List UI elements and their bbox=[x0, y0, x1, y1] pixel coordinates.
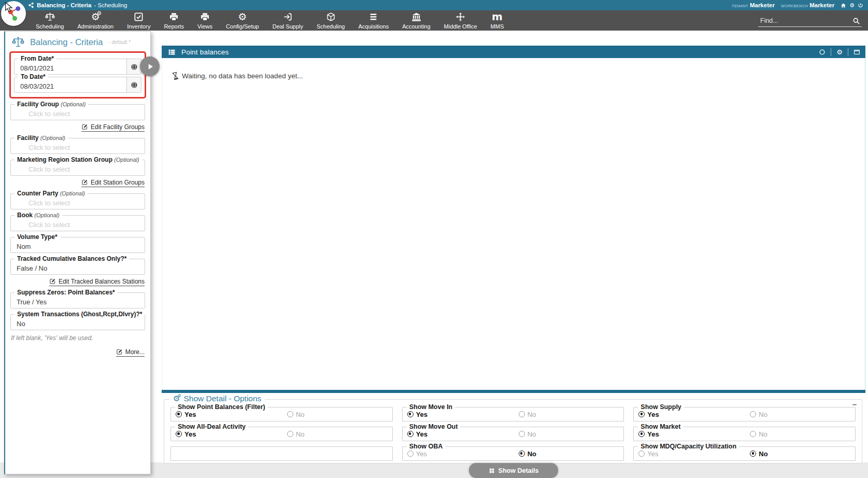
radio-label: Yes bbox=[416, 450, 427, 458]
link-edit-tracked-balances-stations[interactable]: Edit Tracked Balances Stations bbox=[49, 278, 145, 286]
gear-icon[interactable]: ⚙ bbox=[849, 3, 855, 8]
option-group-show-mdq-capacity-utilization: Show MDQ/Capacity UtilizationYesNo bbox=[633, 446, 856, 461]
linkrow-more: More... bbox=[10, 348, 145, 357]
sidebar-collapse-button[interactable] bbox=[140, 57, 160, 76]
radio-show-market-no[interactable]: No bbox=[750, 430, 767, 438]
panel-action-window-icon[interactable] bbox=[848, 46, 865, 58]
workbench-value: Marketer bbox=[809, 2, 834, 8]
radio-label: Yes bbox=[184, 411, 196, 418]
link-label: Edit Station Groups bbox=[91, 179, 145, 186]
radio-circle bbox=[176, 411, 182, 417]
nav-item-scheduling[interactable]: Scheduling bbox=[29, 10, 70, 31]
nav-item-deal-supply[interactable]: Deal Supply bbox=[266, 10, 310, 31]
radio-circle bbox=[519, 431, 525, 437]
radio-label: No bbox=[528, 430, 536, 438]
panel-action-gear-icon[interactable]: ⚙ bbox=[831, 46, 848, 58]
bank-icon bbox=[411, 12, 421, 22]
radio-circle bbox=[638, 451, 645, 457]
field-label: Facility Group (Optional) bbox=[15, 101, 88, 108]
gears-icon: ⚙⚙ bbox=[91, 12, 100, 22]
radio-label: No bbox=[759, 411, 767, 418]
show-details-button[interactable]: Show Details bbox=[469, 463, 558, 478]
field-label: Counter Party (Optional) bbox=[15, 190, 88, 197]
radio-show-all-deal-activity-no[interactable]: No bbox=[287, 430, 305, 438]
date-range-highlight: From Date*08/01/2021To Date*08/03/2021 bbox=[9, 51, 146, 99]
nav-item-inventory[interactable]: Inventory bbox=[120, 10, 157, 31]
sidebar-header: Balancing - Criteria - default * bbox=[5, 34, 150, 51]
radio-circle bbox=[287, 411, 293, 417]
field-facility[interactable]: Facility (Optional)Click to select bbox=[10, 138, 145, 154]
field-tracked-cumulative-balances-only[interactable]: Tracked Cumulative Balances Only?*False … bbox=[10, 259, 145, 275]
from-date-calendar-button[interactable] bbox=[126, 59, 141, 74]
checkbox-icon bbox=[134, 12, 144, 22]
field-marketing-region-station-group[interactable]: Marketing Region Station Group (Optional… bbox=[10, 160, 145, 176]
window-title-bar: Balancing - Criteria - Scheduling TENANT… bbox=[0, 0, 868, 10]
nav-item-scheduling-2[interactable]: Scheduling bbox=[310, 10, 351, 31]
option-group-show-move-in: Show Move InYesNo bbox=[402, 407, 624, 421]
find-input[interactable] bbox=[758, 17, 852, 24]
radio-show-mdq-capacity-utilization-yes[interactable]: Yes bbox=[638, 450, 658, 458]
nav-item-reports[interactable]: Reports bbox=[157, 10, 191, 31]
radio-show-point-balances-filter-no[interactable]: No bbox=[287, 411, 305, 418]
link-edit-facility-groups[interactable]: Edit Facility Groups bbox=[81, 123, 145, 132]
nav-item-accounting[interactable]: Accounting bbox=[395, 10, 437, 31]
radio-circle bbox=[750, 431, 756, 437]
scale-icon bbox=[45, 12, 55, 22]
radio-show-oba-yes[interactable]: Yes bbox=[407, 450, 427, 458]
globe-icon bbox=[131, 81, 138, 89]
nav-item-label: Inventory bbox=[127, 23, 150, 30]
criteria-sidebar: Balancing - Criteria - default * From Da… bbox=[4, 31, 151, 474]
nav-item-label: MMS bbox=[491, 23, 504, 30]
radio-show-mdq-capacity-utilization-no[interactable]: No bbox=[750, 450, 767, 458]
radio-show-market-yes[interactable]: Yes bbox=[638, 430, 659, 438]
nav-item-middle-office[interactable]: Middle Office bbox=[437, 10, 484, 31]
nav-item-acquisitions[interactable]: Acquisitions bbox=[351, 10, 395, 31]
grid-icon bbox=[489, 468, 495, 474]
radio-circle bbox=[287, 431, 293, 437]
field-facility-group[interactable]: Facility Group (Optional)Click to select bbox=[10, 104, 145, 120]
field-counter-party[interactable]: Counter Party (Optional)Click to select bbox=[10, 193, 145, 209]
radio-circle bbox=[519, 451, 525, 457]
radio-show-move-out-yes[interactable]: Yes bbox=[407, 430, 428, 438]
waiting-message: Waiting, no data has been loaded yet... bbox=[182, 72, 303, 80]
workbench-label: WORKBENCH bbox=[781, 4, 808, 8]
radio-show-supply-no[interactable]: No bbox=[750, 411, 767, 418]
home-icon[interactable] bbox=[841, 3, 846, 8]
panel-action-circle-icon[interactable] bbox=[814, 46, 831, 58]
linkrow-edit-tracked-balances-stations: Edit Tracked Balances Stations bbox=[10, 277, 145, 287]
field-from-date[interactable]: From Date*08/01/2021 bbox=[14, 59, 141, 75]
radio-circle bbox=[176, 431, 182, 437]
app-logo[interactable] bbox=[1, 1, 26, 26]
nav-item-config-setup[interactable]: ⚙Config/Setup bbox=[219, 10, 266, 31]
linkrow-edit-facility-groups: Edit Facility Groups bbox=[10, 123, 145, 132]
find-box bbox=[758, 15, 862, 27]
option-group-label: Show Supply bbox=[638, 403, 684, 411]
radio-show-move-in-no[interactable]: No bbox=[519, 411, 536, 418]
nav-item-mms[interactable]: mMMS bbox=[484, 10, 511, 31]
show-detail-options-panel: ⚙⚙ Show Detail - Options – Show Point Ba… bbox=[164, 399, 862, 463]
point-balances-header: Point balances ⚙ bbox=[162, 46, 865, 58]
link-more[interactable]: More... bbox=[116, 348, 145, 357]
radio-show-supply-yes[interactable]: Yes bbox=[638, 411, 659, 418]
field-suppress-zeros-point-balances[interactable]: Suppress Zeros: Point Balances*True / Ye… bbox=[10, 292, 145, 308]
radio-circle bbox=[638, 411, 645, 417]
radio-show-move-out-no[interactable]: No bbox=[519, 430, 536, 438]
radio-show-all-deal-activity-yes[interactable]: Yes bbox=[176, 430, 196, 438]
criteria-form: From Date*08/01/2021To Date*08/03/2021Fa… bbox=[5, 51, 150, 357]
nav-item-administration[interactable]: ⚙⚙Administration bbox=[70, 10, 120, 31]
option-group-show-oba: Show OBAYesNo bbox=[402, 446, 624, 461]
radio-show-point-balances-filter-yes[interactable]: Yes bbox=[176, 411, 196, 418]
radio-show-oba-no[interactable]: No bbox=[519, 450, 536, 458]
link-edit-station-groups[interactable]: Edit Station Groups bbox=[81, 179, 145, 187]
nav-item-label: Deal Supply bbox=[273, 23, 303, 30]
field-book[interactable]: Book (Optional)Click to select bbox=[10, 215, 145, 231]
nav-item-views[interactable]: Views bbox=[191, 10, 219, 31]
radio-show-move-in-yes[interactable]: Yes bbox=[407, 411, 428, 418]
to-date-calendar-button[interactable] bbox=[126, 77, 141, 92]
field-volume-type[interactable]: Volume Type*Nom bbox=[10, 237, 145, 253]
field-system-transactions[interactable]: System Transactions (Ghost,Rcpt,Dlvry)?*… bbox=[10, 314, 145, 330]
search-icon[interactable] bbox=[852, 17, 860, 25]
edit-icon bbox=[116, 348, 123, 355]
field-to-date[interactable]: To Date*08/03/2021 bbox=[14, 77, 141, 93]
power-icon[interactable] bbox=[858, 3, 863, 8]
